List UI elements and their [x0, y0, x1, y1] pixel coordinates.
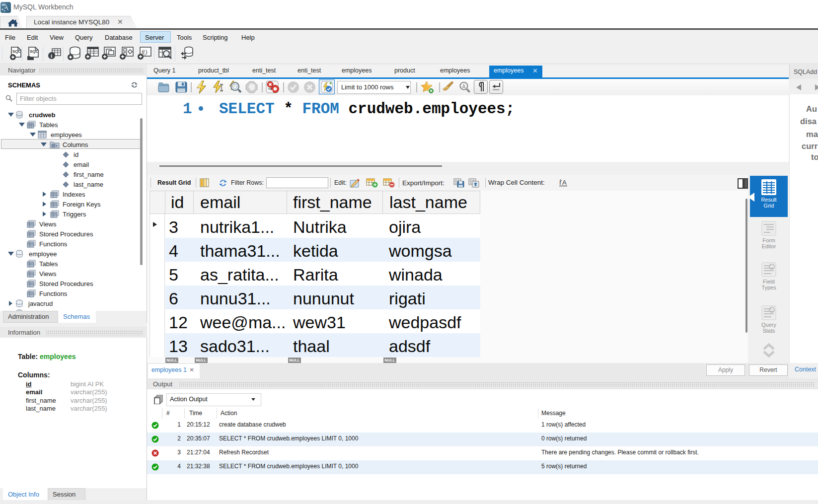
svg-text:A: A	[562, 179, 567, 186]
svg-text:i: i	[51, 53, 52, 59]
svg-text:SQL: SQL	[30, 49, 38, 54]
svg-text:SQL: SQL	[12, 49, 21, 54]
